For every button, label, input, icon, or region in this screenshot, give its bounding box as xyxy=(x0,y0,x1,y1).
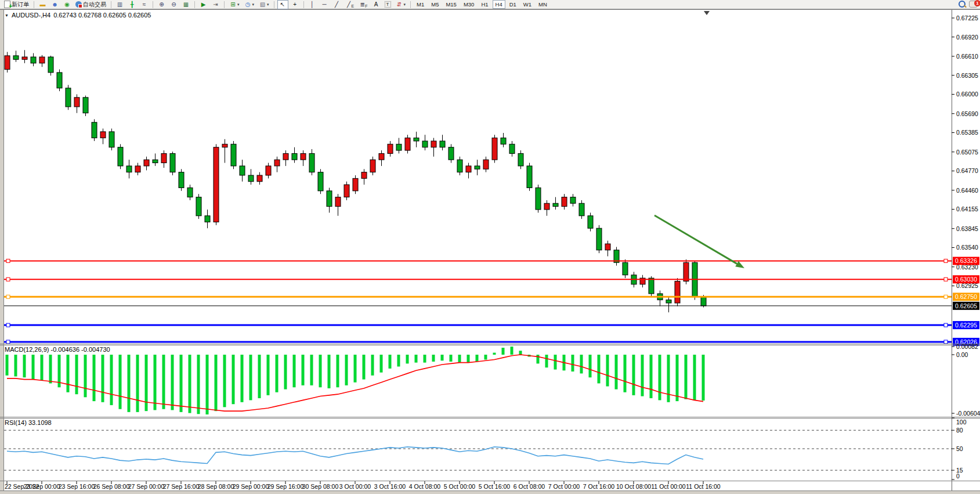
timeframe-h4-button[interactable]: H4 xyxy=(493,0,505,9)
notifications-icon[interactable]: 1 xyxy=(969,1,978,8)
line-handle[interactable] xyxy=(944,323,948,327)
community-button[interactable]: ☻ xyxy=(49,0,60,9)
bar-chart-button[interactable]: ▥ xyxy=(114,0,125,9)
arrows-button[interactable]: ⇵▾ xyxy=(394,0,408,9)
candle-body xyxy=(684,262,689,281)
fibonacci-button[interactable]: ≣F xyxy=(357,0,369,9)
new-order-button[interactable]: 新订单 xyxy=(2,0,31,9)
candle-body xyxy=(222,144,227,147)
dropdown-caret-icon[interactable]: ▾ xyxy=(267,2,269,7)
timeframe-m30-button[interactable]: M30 xyxy=(461,0,477,9)
periods-button[interactable]: ◷▾ xyxy=(243,0,256,9)
vertical-line-button[interactable]: │ xyxy=(307,0,318,9)
zoom-out-button[interactable]: ⊖ xyxy=(168,0,179,9)
macd-value-main: -0.004636 xyxy=(50,346,79,353)
candle-body xyxy=(553,203,558,206)
candle-body xyxy=(596,228,602,250)
time-axis-label: 11 Oct 00:00 xyxy=(651,483,686,490)
macd-bar xyxy=(650,355,653,398)
time-axis-label: 3 Oct 16:00 xyxy=(374,483,406,490)
crosshair-button[interactable]: + xyxy=(290,0,301,9)
chart-shift-button[interactable]: ⇥ xyxy=(210,0,221,9)
trendline-button[interactable]: ╱ xyxy=(331,0,342,9)
macd-bar xyxy=(476,355,479,362)
timeframe-m5-button[interactable]: M5 xyxy=(428,0,442,9)
candle-body xyxy=(48,57,53,73)
line-handle[interactable] xyxy=(6,277,10,281)
autotrading-button[interactable]: 自动交易 xyxy=(74,0,108,9)
timeframe-d1-button[interactable]: D1 xyxy=(507,0,519,9)
new-chart-button[interactable]: ⊞▾ xyxy=(227,0,241,9)
time-axis-label: 7 Oct 16:00 xyxy=(583,483,614,490)
line-chart-button[interactable]: ≈ xyxy=(139,0,150,9)
macd-bar xyxy=(493,353,496,355)
price-badge-label: 0.62605 xyxy=(955,302,977,309)
candle-body xyxy=(205,216,210,222)
candle-body xyxy=(301,153,306,160)
label-button[interactable]: T xyxy=(383,0,393,9)
price-axis-label: 0.66920 xyxy=(956,34,978,41)
cursor-button[interactable]: ↖ xyxy=(277,0,288,9)
rsi-axis-label: 80 xyxy=(956,427,963,434)
timeframe-mn-button[interactable]: MN xyxy=(536,0,550,9)
text-button[interactable]: A xyxy=(371,0,382,9)
deposit-button[interactable]: ▬ xyxy=(37,0,48,9)
timeframe-m15-button[interactable]: M15 xyxy=(443,0,459,9)
signals-button[interactable]: ◉ xyxy=(62,0,73,9)
macd-bar xyxy=(67,355,70,392)
timeframe-m1-button[interactable]: M1 xyxy=(414,0,427,9)
line-handle[interactable] xyxy=(6,323,10,327)
time-axis-label: 10 Oct 08:00 xyxy=(616,483,651,490)
tile-windows-button[interactable]: ▦ xyxy=(180,0,191,9)
time-axis-label: 6 Oct 08:00 xyxy=(513,483,545,490)
search-icon[interactable] xyxy=(959,1,965,8)
macd-bar xyxy=(467,355,470,363)
candle-body xyxy=(144,160,149,166)
macd-bar xyxy=(676,355,679,401)
candle-body xyxy=(527,166,532,188)
auto-scroll-button[interactable]: ▶ xyxy=(198,0,209,9)
macd-bar xyxy=(406,355,409,363)
time-axis-label: 23 Sep 16:00 xyxy=(59,483,95,490)
candle-body xyxy=(457,160,462,172)
line-handle[interactable] xyxy=(6,295,10,298)
line-handle[interactable] xyxy=(944,295,948,298)
dropdown-caret-icon[interactable]: ▾ xyxy=(252,2,255,7)
macd-bar xyxy=(119,355,122,409)
candle-body xyxy=(562,197,567,207)
macd-bar xyxy=(302,355,305,385)
templates-button[interactable]: ▧▾ xyxy=(257,0,271,9)
dropdown-caret-icon[interactable]: ▾ xyxy=(404,2,406,7)
timeframe-h1-button[interactable]: H1 xyxy=(478,0,491,9)
time-axis-label: 30 Sep 08:00 xyxy=(302,483,339,490)
macd-bar xyxy=(659,355,661,400)
line-handle[interactable] xyxy=(944,340,948,344)
time-axis-label: 27 Sep 16:00 xyxy=(163,483,200,490)
dropdown-caret-icon[interactable]: ▾ xyxy=(237,2,240,7)
candle-body xyxy=(675,281,680,303)
line-handle[interactable] xyxy=(6,340,10,344)
macd-bar xyxy=(206,355,209,414)
horizontal-line-button[interactable]: ─ xyxy=(319,0,330,9)
candle-body xyxy=(414,138,419,141)
line-handle[interactable] xyxy=(944,259,948,262)
autotrading-button-label: 自动交易 xyxy=(83,1,106,9)
line-handle[interactable] xyxy=(6,259,10,262)
timeframe-w1-button[interactable]: W1 xyxy=(520,0,534,9)
zoom-in-button[interactable]: ⊕ xyxy=(156,0,167,9)
chart-menu-toggle-icon[interactable]: ▼ xyxy=(5,13,9,17)
candle-body xyxy=(536,187,541,210)
candle-body xyxy=(466,166,471,172)
notification-badge: 1 xyxy=(974,0,980,6)
metatrader-window: 0.672250.669200.666100.663050.660000.656… xyxy=(0,0,980,494)
price-axis-label: 0.66610 xyxy=(956,53,978,60)
candle-chart-button[interactable]: ╂ xyxy=(126,0,138,9)
candle-body xyxy=(187,187,193,197)
macd-bar xyxy=(537,355,540,363)
macd-bar xyxy=(702,355,705,401)
macd-axis-label: -0.006044 xyxy=(956,410,980,417)
candle-body xyxy=(579,203,584,215)
channel-button[interactable]: ╱E xyxy=(343,0,356,9)
line-handle[interactable] xyxy=(944,277,948,281)
macd-bar xyxy=(293,355,296,387)
